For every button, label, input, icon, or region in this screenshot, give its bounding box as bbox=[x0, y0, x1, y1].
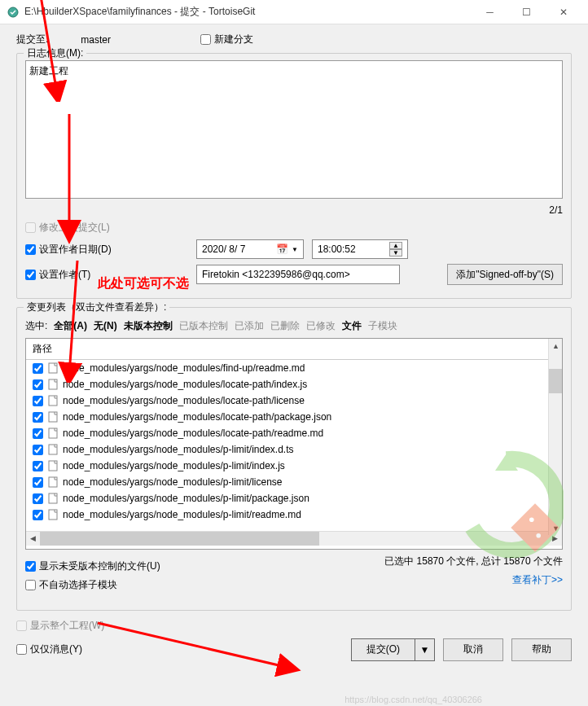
filter-none[interactable]: 无(N) bbox=[94, 319, 117, 333]
file-checkbox[interactable] bbox=[33, 445, 43, 455]
filter-versioned[interactable]: 已版本控制 bbox=[179, 319, 228, 333]
maximize-button[interactable]: ☐ bbox=[508, 0, 545, 24]
time-input[interactable]: 18:00:52 ▲ ▼ bbox=[312, 239, 408, 259]
filter-files[interactable]: 文件 bbox=[342, 319, 362, 333]
filter-modified[interactable]: 已修改 bbox=[306, 319, 336, 333]
calendar-icon[interactable]: 📅 bbox=[276, 243, 288, 255]
cancel-button[interactable]: 取消 bbox=[443, 638, 503, 661]
select-label: 选中: bbox=[25, 319, 47, 333]
file-checkbox[interactable] bbox=[33, 461, 43, 471]
app-icon bbox=[7, 6, 20, 19]
set-date-checkbox[interactable] bbox=[25, 244, 36, 255]
dropdown-icon[interactable]: ▼ bbox=[292, 246, 298, 253]
log-fieldset-title: 日志信息(M): bbox=[24, 46, 86, 60]
file-path: node_modules/yargs/node_modules/locate-p… bbox=[63, 379, 307, 390]
file-checkbox[interactable] bbox=[33, 379, 43, 390]
window-title: E:\HbuilderXSpace\familyfinances - 提交 - … bbox=[24, 5, 472, 19]
url-watermark: https://blog.csdn.net/qq_40306266 bbox=[344, 695, 482, 704]
file-icon bbox=[46, 394, 59, 407]
file-path: node_modules/yargs/node_modules/p-limit/… bbox=[63, 444, 294, 455]
file-checkbox[interactable] bbox=[33, 510, 43, 520]
filter-unversioned[interactable]: 未版本控制 bbox=[124, 319, 173, 333]
filter-submodules[interactable]: 子模块 bbox=[368, 319, 397, 333]
file-icon bbox=[46, 378, 59, 391]
filter-deleted[interactable]: 已删除 bbox=[270, 319, 300, 333]
amend-checkbox[interactable] bbox=[25, 222, 36, 233]
file-icon bbox=[46, 508, 59, 521]
message-only-label: 仅仅消息(Y) bbox=[30, 642, 82, 656]
new-branch-label: 新建分支 bbox=[214, 33, 253, 46]
author-input[interactable]: Firetokin <1322395986@qq.com> bbox=[196, 265, 400, 284]
file-icon bbox=[46, 492, 59, 505]
set-author-label: 设置作者(T) bbox=[39, 268, 90, 282]
file-checkbox[interactable] bbox=[33, 412, 43, 423]
file-path: node_modules/yargs/node_modules/p-limit/… bbox=[63, 476, 282, 488]
commit-message-textarea[interactable]: 新建工程 bbox=[25, 60, 563, 199]
svg-point-17 bbox=[536, 533, 541, 538]
filter-added[interactable]: 已添加 bbox=[235, 319, 264, 333]
changes-fieldset-title: 变更列表（双击文件查看差异）: bbox=[24, 300, 169, 314]
branch-name: master bbox=[81, 34, 111, 46]
file-checkbox[interactable] bbox=[33, 477, 43, 488]
svg-rect-10 bbox=[49, 510, 57, 520]
show-whole-project-checkbox[interactable] bbox=[16, 620, 27, 631]
set-author-checkbox[interactable] bbox=[25, 270, 36, 280]
scroll-up-icon[interactable]: ▲ bbox=[549, 339, 563, 353]
filter-all[interactable]: 全部(A) bbox=[54, 319, 87, 333]
svg-rect-8 bbox=[49, 477, 57, 487]
svg-rect-2 bbox=[49, 379, 57, 389]
svg-rect-9 bbox=[49, 493, 57, 503]
file-row[interactable]: node_modules/yargs/node_modules/locate-p… bbox=[26, 409, 562, 425]
file-checkbox[interactable] bbox=[33, 493, 43, 504]
minimize-button[interactable]: ─ bbox=[472, 0, 508, 24]
file-icon bbox=[46, 427, 59, 440]
file-checkbox[interactable] bbox=[33, 396, 43, 406]
file-row[interactable]: node_modules/yargs/node_modules/locate-p… bbox=[26, 392, 562, 409]
file-path: node_modules/yargs/node_modules/p-limit/… bbox=[63, 509, 301, 520]
file-icon bbox=[46, 362, 59, 375]
file-checkbox[interactable] bbox=[33, 428, 43, 439]
file-row[interactable]: node_modules/yargs/node_modules/find-up/… bbox=[26, 360, 562, 376]
no-auto-submodule-checkbox[interactable] bbox=[25, 580, 36, 590]
svg-rect-6 bbox=[49, 445, 57, 454]
char-counter: 2/1 bbox=[25, 204, 563, 216]
svg-point-16 bbox=[529, 517, 534, 522]
commit-to-label: 提交至: bbox=[16, 33, 48, 46]
svg-rect-1 bbox=[49, 363, 57, 373]
file-icon bbox=[46, 476, 59, 489]
log-message-fieldset: 日志信息(M): 新建工程 2/1 修改上次提交(L) 设置作者日期(D) 20… bbox=[16, 53, 572, 299]
date-input[interactable]: 2020/ 8/ 7 📅 ▼ bbox=[196, 239, 304, 259]
svg-rect-3 bbox=[49, 396, 57, 406]
scroll-left-icon[interactable]: ◀ bbox=[26, 532, 40, 546]
commit-dropdown-button[interactable]: ▼ bbox=[415, 638, 435, 661]
file-checkbox[interactable] bbox=[33, 363, 43, 374]
new-branch-checkbox[interactable] bbox=[200, 34, 211, 45]
file-list-header[interactable]: 路径 bbox=[26, 339, 562, 360]
set-date-label: 设置作者日期(D) bbox=[39, 243, 112, 257]
file-row[interactable]: node_modules/yargs/node_modules/locate-p… bbox=[26, 376, 562, 392]
commit-button[interactable]: 提交(O) bbox=[351, 638, 415, 661]
file-icon bbox=[46, 410, 59, 423]
svg-rect-4 bbox=[49, 412, 57, 422]
file-path: node_modules/yargs/node_modules/locate-p… bbox=[63, 428, 323, 439]
file-path: node_modules/yargs/node_modules/locate-p… bbox=[63, 395, 305, 406]
file-icon bbox=[46, 443, 59, 456]
file-path: node_modules/yargs/node_modules/p-limit/… bbox=[63, 460, 285, 471]
svg-rect-7 bbox=[49, 461, 57, 471]
titlebar: E:\HbuilderXSpace\familyfinances - 提交 - … bbox=[0, 0, 588, 24]
message-only-checkbox[interactable] bbox=[16, 644, 27, 655]
close-button[interactable]: ✕ bbox=[545, 0, 581, 24]
time-down-button[interactable]: ▼ bbox=[389, 249, 402, 257]
column-path: 路径 bbox=[33, 342, 52, 356]
file-path: node_modules/yargs/node_modules/locate-p… bbox=[63, 411, 331, 423]
file-path: node_modules/yargs/node_modules/find-up/… bbox=[63, 362, 305, 374]
signed-off-button[interactable]: 添加"Signed-off-by"(S) bbox=[447, 264, 563, 285]
file-row[interactable]: node_modules/yargs/node_modules/locate-p… bbox=[26, 425, 562, 441]
show-unversioned-checkbox[interactable] bbox=[25, 561, 36, 572]
file-icon bbox=[46, 459, 59, 472]
help-button[interactable]: 帮助 bbox=[511, 638, 572, 661]
svg-rect-5 bbox=[49, 428, 57, 438]
amend-label: 修改上次提交(L) bbox=[39, 221, 110, 235]
time-up-button[interactable]: ▲ bbox=[389, 242, 402, 249]
view-patch-link[interactable]: 查看补丁>> bbox=[384, 573, 563, 587]
